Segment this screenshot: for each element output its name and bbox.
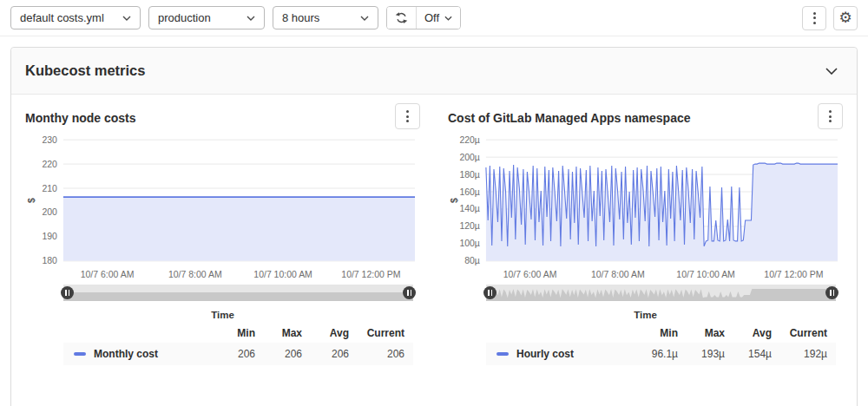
slider-data-shadow [63, 285, 413, 301]
monthly-node-costs-chart[interactable]: 18019020021022023010/7 6:00 AM10/7 8:00 … [25, 129, 420, 284]
svg-text:120µ: 120µ [459, 221, 480, 231]
svg-text:10/7 8:00 AM: 10/7 8:00 AM [591, 270, 645, 279]
chart-title: Monthy node costs [25, 111, 136, 125]
series-current: 192µ [772, 348, 827, 360]
panel-gitlab-managed-apps-cost: Cost of GitLab Managed Apps namespace 80… [434, 95, 857, 365]
svg-text:220µ: 220µ [459, 135, 480, 145]
chart-legend: Min Max Avg Current Monthly cost 206 206… [63, 324, 413, 365]
legend-col-min: Min [631, 327, 678, 339]
svg-text:10/7 12:00 PM: 10/7 12:00 PM [341, 270, 400, 279]
environment-select[interactable]: production [148, 6, 265, 29]
legend-col-min: Min [208, 327, 255, 339]
series-name: Hourly cost [516, 348, 574, 360]
series-min: 96.1µ [631, 348, 678, 360]
refresh-button[interactable] [387, 7, 416, 29]
settings-button[interactable]: ⚙ [833, 6, 858, 30]
dashboard-toolbar: default costs.yml production 8 hours Off… [0, 0, 868, 36]
slider-data-shadow [486, 285, 836, 301]
series-avg: 154µ [725, 348, 772, 360]
series-current: 206 [349, 348, 404, 360]
svg-text:10/7 6:00 AM: 10/7 6:00 AM [503, 270, 557, 279]
chevron-down-icon [825, 68, 838, 75]
legend-header-row: Min Max Avg Current [63, 324, 413, 343]
legend-series-row[interactable]: Monthly cost 206 206 206 206 [63, 343, 413, 365]
toolbar-actions: ⚙ [802, 6, 858, 30]
series-max: 206 [255, 348, 302, 360]
chevron-down-icon [360, 16, 369, 21]
x-axis-title: Time [448, 310, 843, 320]
svg-text:210: 210 [42, 184, 57, 193]
slider-handle-left[interactable] [483, 286, 496, 299]
chevron-down-icon [444, 16, 452, 21]
svg-text:230: 230 [42, 135, 57, 145]
svg-text:80µ: 80µ [464, 256, 480, 265]
legend-col-max: Max [678, 327, 725, 339]
chart-title: Cost of GitLab Managed Apps namespace [448, 111, 691, 125]
chart-more-actions-button[interactable] [818, 103, 843, 129]
svg-text:$: $ [450, 198, 459, 203]
kebab-icon [813, 12, 816, 24]
charts-row: Monthy node costs 18019020021022023010/7… [11, 95, 857, 365]
legend-col-current: Current [349, 327, 404, 339]
svg-text:200µ: 200µ [459, 153, 480, 162]
svg-text:200: 200 [42, 207, 57, 217]
kebab-icon [829, 110, 832, 122]
x-axis-title: Time [25, 310, 420, 320]
chevron-down-icon [247, 16, 255, 21]
svg-text:100µ: 100µ [459, 239, 480, 248]
managed-apps-cost-chart[interactable]: 80µ100µ120µ140µ160µ180µ200µ220µ10/7 6:00… [448, 129, 843, 284]
refresh-rate-select[interactable]: Off [416, 7, 460, 29]
kebab-icon [406, 110, 409, 122]
series-min: 206 [208, 348, 255, 360]
dashboard-select[interactable]: default costs.yml [10, 6, 141, 29]
dashboard-select-value: default costs.yml [20, 11, 104, 24]
svg-text:180µ: 180µ [459, 170, 480, 180]
svg-text:10/7 8:00 AM: 10/7 8:00 AM [168, 270, 222, 279]
series-max: 193µ [678, 348, 725, 360]
section-header[interactable]: Kubecost metrics [11, 48, 857, 95]
legend-col-current: Current [772, 327, 827, 339]
svg-text:190: 190 [42, 232, 57, 241]
slider-handle-left[interactable] [61, 286, 74, 299]
svg-text:$: $ [27, 198, 36, 203]
slider-handle-right[interactable] [825, 286, 838, 299]
svg-text:160µ: 160µ [459, 187, 480, 197]
refresh-icon [395, 11, 408, 24]
chevron-down-icon [122, 16, 131, 21]
series-avg: 206 [302, 348, 349, 360]
legend-col-max: Max [255, 327, 302, 339]
svg-text:220: 220 [42, 160, 57, 169]
legend-col-avg: Avg [302, 327, 349, 339]
svg-text:10/7 12:00 PM: 10/7 12:00 PM [764, 270, 823, 279]
time-range-select-value: 8 hours [282, 11, 319, 24]
series-name: Monthly cost [94, 348, 158, 360]
svg-text:140µ: 140µ [459, 204, 480, 213]
panel-monthly-node-costs: Monthy node costs 18019020021022023010/7… [11, 95, 434, 365]
time-range-slider[interactable] [486, 285, 836, 301]
svg-text:10/7 10:00 AM: 10/7 10:00 AM [253, 270, 312, 279]
legend-col-avg: Avg [725, 327, 772, 339]
svg-text:10/7 6:00 AM: 10/7 6:00 AM [81, 270, 135, 279]
refresh-rate-value: Off [424, 11, 439, 24]
series-swatch [74, 352, 86, 356]
svg-text:10/7 10:00 AM: 10/7 10:00 AM [676, 270, 735, 279]
legend-series-row[interactable]: Hourly cost 96.1µ 193µ 154µ 192µ [486, 343, 836, 365]
chart-more-actions-button[interactable] [395, 103, 420, 129]
refresh-control-group: Off [386, 6, 461, 29]
more-actions-button[interactable] [802, 6, 826, 30]
series-swatch [496, 352, 509, 356]
environment-select-value: production [158, 11, 211, 24]
kubecost-metrics-card: Kubecost metrics Monthy node costs 18019… [10, 47, 858, 406]
gear-icon: ⚙ [838, 10, 852, 25]
time-range-slider[interactable] [63, 285, 413, 301]
time-range-select[interactable]: 8 hours [273, 6, 378, 29]
section-title: Kubecost metrics [25, 62, 145, 79]
chart-legend: Min Max Avg Current Hourly cost 96.1µ 19… [486, 324, 836, 365]
slider-handle-right[interactable] [403, 286, 416, 299]
svg-text:180: 180 [42, 256, 57, 265]
collapse-section-button[interactable] [820, 61, 843, 81]
legend-header-row: Min Max Avg Current [486, 324, 836, 343]
